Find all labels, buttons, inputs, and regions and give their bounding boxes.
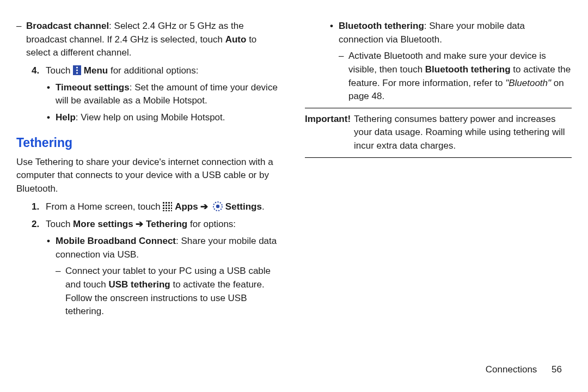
svg-rect-12 — [163, 207, 164, 209]
broadcast-channel-auto: Auto — [225, 34, 247, 45]
step-2-more: More settings ➔ Tethering — [73, 219, 187, 229]
mbc-label: Mobile Broadband Connect — [56, 236, 176, 246]
broadcast-channel-label: Broadcast channel — [26, 21, 109, 31]
step-4-options: Timeout settings: Set the amount of time… — [46, 81, 283, 125]
important-note: Important! Tethering consumes battery po… — [305, 108, 572, 158]
left-column: Broadcast channel: Select 2.4 GHz or 5 G… — [16, 16, 283, 323]
bt-label: Bluetooth tethering — [339, 21, 424, 31]
step-1-period: . — [262, 201, 265, 212]
bt-sub: Activate Bluetooth and make sure your de… — [339, 50, 572, 103]
svg-rect-16 — [163, 210, 164, 211]
apps-icon — [163, 202, 172, 211]
svg-rect-14 — [168, 207, 170, 209]
tethering-heading: Tethering — [16, 134, 283, 152]
svg-point-1 — [76, 66, 78, 68]
help-item: Help: View help on using Mobile Hotspot. — [46, 111, 283, 125]
svg-rect-17 — [166, 210, 167, 211]
tethering-intro: Use Tethering to share your device's int… — [16, 156, 283, 196]
menu-icon — [73, 65, 81, 75]
svg-point-3 — [76, 72, 78, 74]
svg-rect-10 — [168, 205, 170, 206]
svg-rect-6 — [168, 202, 170, 204]
svg-rect-19 — [171, 210, 172, 211]
svg-rect-18 — [168, 210, 170, 211]
tethering-step-1: 1. From a Home screen, touch Apps ➔ Sett… — [32, 200, 283, 214]
important-text: Tethering consumes battery power and inc… — [354, 113, 572, 153]
timeout-label: Timeout settings — [56, 82, 130, 93]
bt-sub-item: Activate Bluetooth and make sure your de… — [339, 50, 572, 103]
svg-point-21 — [216, 205, 219, 208]
timeout-settings-item: Timeout settings: Set the amount of time… — [46, 81, 283, 108]
important-label: Important! — [305, 113, 354, 153]
footer-page: 56 — [552, 364, 562, 375]
bt-item: Bluetooth tethering: Share your mobile d… — [329, 20, 572, 103]
svg-rect-13 — [166, 207, 167, 209]
svg-rect-7 — [171, 202, 172, 204]
tethering-steps: 1. From a Home screen, touch Apps ➔ Sett… — [32, 200, 283, 318]
help-label: Help — [56, 112, 76, 122]
broadcast-channel-item: Broadcast channel: Select 2.4 GHz or 5 G… — [16, 20, 283, 60]
step-1-a: From a Home screen, touch — [46, 201, 163, 212]
step-4: 4. Touch Menu for additional options: Ti… — [32, 64, 283, 125]
step-1-number: 1. — [32, 200, 39, 214]
step-1-apps: Apps — [175, 201, 200, 212]
step-4-item: 4. Touch Menu for additional options: Ti… — [32, 64, 283, 125]
tethering-options: Mobile Broadband Connect: Share your mob… — [46, 235, 283, 318]
mbc-sub: Connect your tablet to your PC using a U… — [56, 265, 283, 318]
footer-section: Connections — [486, 364, 537, 375]
bt-sub-bold: Bluetooth tethering — [425, 64, 511, 75]
svg-rect-9 — [166, 205, 167, 206]
tethering-step-2: 2. Touch More settings ➔ Tethering for o… — [32, 218, 283, 318]
step-4-text-b: for additional options: — [108, 65, 198, 76]
mbc-sub-bold: USB tethering — [108, 279, 170, 290]
mbc-item: Mobile Broadband Connect: Share your mob… — [46, 235, 283, 318]
svg-rect-8 — [163, 205, 164, 206]
step-1-settings: Settings — [225, 201, 262, 212]
broadcast-channel-line: Broadcast channel: Select 2.4 GHz or 5 G… — [16, 20, 283, 60]
step-4-text-a: Touch — [46, 65, 73, 76]
step-1-arrow: ➔ — [200, 201, 208, 212]
svg-rect-15 — [171, 207, 172, 209]
svg-rect-4 — [163, 202, 164, 204]
help-text: : View help on using Mobile Hotspot. — [76, 112, 225, 122]
bt-sub-ref: "Bluetooth" — [505, 78, 551, 88]
settings-icon — [213, 201, 223, 211]
page-content: Broadcast channel: Select 2.4 GHz or 5 G… — [0, 0, 588, 323]
step-2-a: Touch — [46, 219, 73, 229]
page-footer: Connections 56 — [486, 363, 562, 377]
step-4-number: 4. — [32, 64, 39, 78]
svg-rect-5 — [166, 202, 167, 204]
svg-point-2 — [76, 69, 78, 71]
step-2-number: 2. — [32, 218, 39, 231]
step-2-b: for options: — [187, 219, 236, 229]
bluetooth-tethering: Bluetooth tethering: Share your mobile d… — [329, 20, 572, 103]
step-4-menu: Menu — [84, 65, 108, 76]
right-column: Bluetooth tethering: Share your mobile d… — [305, 16, 572, 323]
mbc-sub-item: Connect your tablet to your PC using a U… — [56, 265, 283, 318]
svg-rect-11 — [171, 205, 172, 206]
